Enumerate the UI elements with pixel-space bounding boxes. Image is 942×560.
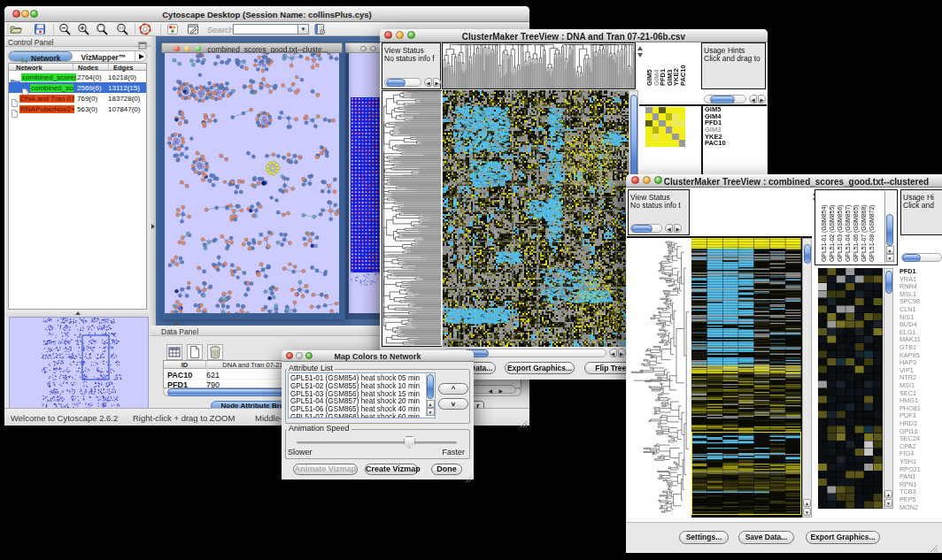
scrollbar-thumb[interactable]: [710, 96, 735, 104]
network-table-row[interactable]: RNAPuberNov2+!563(0)107847(0): [9, 104, 146, 114]
scroll-right-icon[interactable]: ▶: [498, 387, 503, 394]
tv2-labels-scrollbar[interactable]: ▲▼: [884, 191, 895, 263]
scrollbar-thumb[interactable]: [886, 214, 893, 246]
tv1-row-tree-canvas: [382, 91, 441, 345]
desktop-splitter[interactable]: [151, 36, 156, 326]
attribute-list-item[interactable]: GPL51-02 (GSM855) heat shock 10 min: [290, 382, 420, 390]
tv2-usage-hints: Usage HiClick and: [900, 189, 942, 235]
resize-grip-icon[interactable]: [465, 471, 472, 478]
table-icon[interactable]: [166, 344, 182, 360]
advanced-search-icon[interactable]: [313, 23, 326, 35]
scroll-down-button[interactable]: ▼: [886, 254, 894, 262]
mini-heatmap-cell: [679, 120, 686, 127]
attribute-list-item[interactable]: GPL51-01 (GSM854) heat shock 05 min: [290, 374, 420, 382]
tv1-row-label: PAC10: [705, 140, 726, 147]
vizmap-icon[interactable]: [166, 23, 179, 35]
frame-close-icon[interactable]: [174, 46, 180, 52]
scrollbar-thumb[interactable]: [386, 79, 405, 87]
mini-heatmap-cell: [672, 140, 679, 147]
tab-overflow-arrow[interactable]: [139, 54, 144, 59]
mini-heatmap-cell: [666, 140, 673, 147]
export-graphics-button[interactable]: Export Graphics...: [505, 362, 575, 374]
tv1-row-tree: [382, 90, 442, 347]
minimize-button[interactable]: [643, 176, 651, 184]
scroll-down-button[interactable]: ▼: [884, 499, 892, 507]
tab-network[interactable]: Network: [9, 51, 73, 61]
scroll-up-icon[interactable]: [637, 46, 643, 50]
tv1-heatmap: [443, 90, 629, 347]
search-input[interactable]: [233, 24, 297, 35]
tv1-tree-arrows[interactable]: [637, 46, 645, 62]
scroll-left-button[interactable]: ◀: [665, 224, 673, 233]
animate-vizmap-button[interactable]: Animate Vizmap: [293, 464, 358, 475]
tv2-v-scrollbar[interactable]: ▲▼: [802, 238, 812, 518]
save-data-button[interactable]: Save Data...: [738, 531, 794, 544]
attribute-list-item[interactable]: GPL51-04 (GSM857) heat shock 20 min: [290, 397, 420, 405]
tv2-column-label: GPL51-03 (GSM856): [837, 195, 844, 262]
scroll-right-button[interactable]: ▶: [433, 78, 441, 87]
move-down-button[interactable]: v: [438, 398, 468, 410]
scroll-right-button[interactable]: ▶: [674, 224, 682, 233]
float-icon[interactable]: [138, 37, 147, 45]
help-ring-icon[interactable]: [139, 23, 151, 35]
attribute-list-item[interactable]: GPL51-06 (GSM865) heat shock 40 min: [290, 405, 420, 413]
mini-heatmap-cell: [659, 140, 666, 147]
scroll-up-button[interactable]: ▲: [803, 499, 811, 507]
dialog-title: Map Colors to Network: [282, 352, 474, 361]
scroll-up-button[interactable]: ▲: [427, 400, 435, 408]
attribute-list-scrollbar[interactable]: ▲▼: [426, 373, 435, 417]
mini-heatmap-cell: [666, 113, 673, 120]
open-icon[interactable]: [10, 23, 22, 35]
cytoscape-titlebar: Cytoscape Desktop (Session Name: collins…: [4, 6, 529, 22]
new-attribute-icon[interactable]: [187, 344, 203, 360]
scroll-down-icon[interactable]: [637, 53, 643, 58]
tv2-detail-scrollbar[interactable]: ▲▼: [884, 268, 893, 509]
network-table-row[interactable]: combined_scores_2764(0)16218(0): [9, 72, 146, 82]
resize-grip-icon[interactable]: [930, 541, 938, 549]
frame-light-icon: [360, 46, 367, 52]
scroll-up-button[interactable]: ▲: [884, 490, 892, 498]
scroll-right-button[interactable]: ▶: [618, 349, 626, 357]
scroll-down-button[interactable]: ▼: [803, 508, 811, 516]
scrollbar-thumb[interactable]: [804, 244, 811, 264]
network-table-row[interactable]: combined_sco2569(6)13112(15): [9, 82, 146, 93]
frame-minimize-icon[interactable]: [184, 46, 190, 52]
desktop: Cytoscape Desktop (Session Name: collins…: [0, 0, 942, 560]
resize-grip-icon[interactable]: [520, 416, 528, 424]
scroll-left-icon[interactable]: ◀: [488, 387, 492, 394]
slider-track[interactable]: [297, 441, 457, 444]
scroll-left-button[interactable]: ◀: [609, 349, 617, 357]
attribute-list[interactable]: GPL51-01 (GSM854) heat shock 05 minGPL51…: [288, 372, 436, 418]
done-button[interactable]: Done: [431, 464, 462, 475]
move-up-button[interactable]: ^: [438, 383, 468, 395]
tab-vizmapper[interactable]: VizMapper™: [73, 51, 135, 61]
create-vizmap-button[interactable]: Create Vizmap: [365, 464, 418, 475]
zoom-out-icon[interactable]: [58, 23, 71, 35]
search-dropdown-button[interactable]: ▼: [297, 24, 309, 35]
frame-zoom-icon[interactable]: [195, 46, 201, 52]
close-button[interactable]: [631, 176, 639, 184]
network-view-canvas: [165, 53, 339, 313]
scroll-left-button[interactable]: ◀: [749, 95, 757, 104]
zoom-fit-icon[interactable]: 1:1: [116, 23, 128, 35]
scroll-left-button[interactable]: ◀: [424, 78, 432, 87]
scrollbar-thumb[interactable]: [902, 254, 921, 262]
overview-splitter[interactable]: [4, 310, 151, 317]
export-graphics-button[interactable]: Export Graphics...: [806, 531, 880, 544]
annotation-icon[interactable]: [187, 23, 199, 35]
column-header-id: ID: [164, 361, 206, 369]
attribute-list-item[interactable]: GPL51-07 (GSM868) heat shock 60 min: [290, 413, 420, 418]
save-icon[interactable]: [34, 23, 46, 35]
scroll-up-button[interactable]: ▲: [886, 246, 894, 254]
scrollbar-thumb[interactable]: [631, 225, 652, 233]
tv2-row-tree: [627, 239, 691, 515]
scroll-down-button[interactable]: ▼: [427, 408, 435, 416]
delete-attribute-icon[interactable]: [207, 344, 223, 360]
zoom-in-icon[interactable]: [77, 23, 89, 35]
attribute-list-item[interactable]: GPL51-03 (GSM856) heat shock 15 min: [290, 390, 420, 398]
scrollbar-thumb[interactable]: [885, 271, 892, 294]
network-table-row[interactable]: DNA and Tran 07769(0)183728(0): [9, 93, 146, 104]
settings-button[interactable]: Settings...: [679, 531, 729, 544]
zoom-selected-icon[interactable]: [96, 23, 108, 35]
scrollbar-thumb[interactable]: [427, 374, 434, 399]
